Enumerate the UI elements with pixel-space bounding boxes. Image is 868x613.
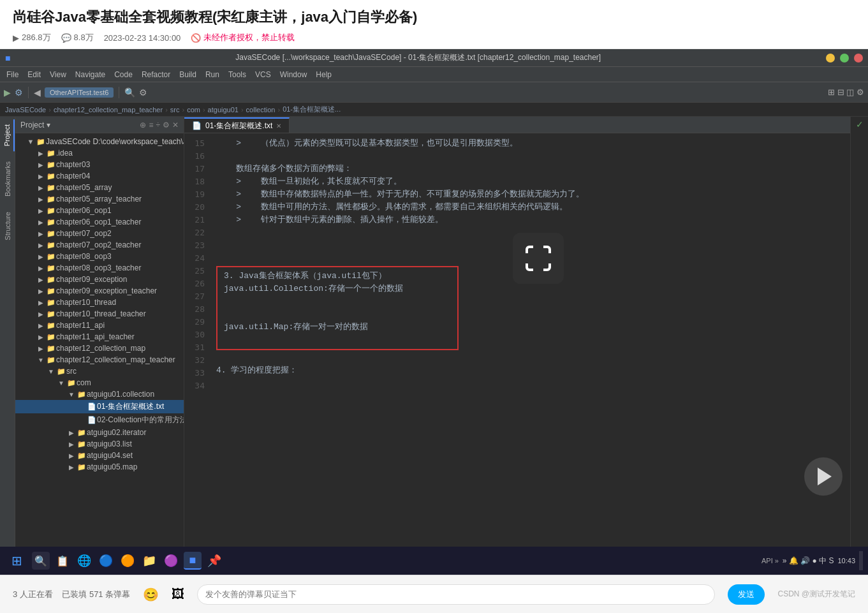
tree-item[interactable]: ▶📁atguigu04.set [15,450,184,461]
code-editor[interactable]: 1516171819202122232425262728293031323334… [184,133,850,547]
tree-item[interactable]: 📄02-Collection中的常用方法.txt [15,413,184,427]
toolbar-file-badge[interactable]: OtherAPITest.test6 [45,87,114,98]
play-triangle-icon [818,468,832,485]
tree-item[interactable]: 📄01-集合框架概述.txt [15,400,184,413]
tree-item[interactable]: ▶📁chapter11_api [15,320,184,331]
editor-tab-active[interactable]: 📄 01-集合框架概述.txt ✕ [184,117,290,133]
toolbar-search-icon[interactable]: 🔍 [124,87,135,98]
tree-item[interactable]: ▶📁.idea [15,147,184,159]
breadcrumb-javasecode[interactable]: JavaSECode [5,106,46,114]
smiley-icon[interactable]: 😊 [143,587,159,602]
tab-close-btn[interactable]: ✕ [276,122,281,129]
tree-item[interactable]: ▶📁atguigu02.iterator [15,427,184,438]
tree-item[interactable]: ▼📁src [15,366,184,377]
play-overlay-btn[interactable] [804,457,842,496]
taskbar-app-explorer[interactable]: 📁 [140,552,158,570]
tree-item[interactable]: ▶📁chapter06_oop1 [15,205,184,216]
tree-item[interactable]: ▶📁atguigu05.map [15,461,184,473]
taskbar-app-circle[interactable]: 🔵 [97,552,115,570]
expand-icon[interactable]: ⊕ [140,121,146,129]
code-content[interactable]: > （优点）元素的类型既可以是基本数据类型，也可以是引用数据类型。 数组存储多个… [210,133,850,547]
breadcrumb-collection[interactable]: collection [246,106,276,114]
tree-item[interactable]: ▶📁chapter08_oop3_teacher [15,262,184,274]
tree-item[interactable]: ▶📁chapter10_thread_teacher [15,308,184,320]
tree-item[interactable]: ▶📁chapter10_thread [15,297,184,308]
tree-item[interactable]: ▶📁chapter04 [15,170,184,182]
tree-item[interactable]: ▶📁atguigu03.list [15,438,184,450]
breadcrumb-chapter12[interactable]: chapter12_collection_map_teacher [54,106,163,114]
breadcrumb-file[interactable]: 01-集合框架概述... [283,105,341,114]
taskview-icon: 📋 [56,555,69,567]
fullscreen-overlay[interactable] [513,233,564,284]
menu-tools[interactable]: Tools [224,69,250,80]
menu-vcs[interactable]: VCS [251,69,275,80]
taskbar-app-pin[interactable]: 📌 [205,552,223,570]
sidebar-tab-bookmarks[interactable]: Bookmarks [1,156,14,202]
menu-file[interactable]: File [3,69,22,80]
menu-refactor[interactable]: Refactor [138,69,174,80]
menu-help[interactable]: Help [312,69,335,80]
tree-item[interactable]: ▼📁chapter12_collection_map_teacher [15,354,184,366]
tree-item[interactable]: ▶📁chapter09_exception [15,274,184,285]
tree-item[interactable]: ▶📁chapter03 [15,159,184,170]
ide-left-icons: ■ [5,53,10,63]
tree-item[interactable]: ▶📁chapter09_exception_teacher [15,285,184,297]
article-header: 尚硅谷Java零基础全套视频教程(宋红康主讲，java入门自学必备) ▶ 286… [0,0,868,49]
tree-item-root[interactable]: ▼ 📁 JavaSECode D:\code\workspace_teach\J… [15,136,184,147]
settings-icon[interactable]: ⚙ [163,121,170,129]
tree-item[interactable]: ▶📁chapter05_array_teacher [15,193,184,205]
breadcrumb-com[interactable]: com [187,106,200,114]
sidebar-tab-project[interactable]: Project [1,119,15,151]
ide-menubar: File Edit View Navigate Code Refactor Bu… [0,67,868,82]
danmu-input[interactable] [197,584,715,605]
menu-build[interactable]: Build [175,69,200,80]
minimize-btn[interactable] [826,54,835,63]
menu-run[interactable]: Run [202,69,223,80]
image-icon[interactable]: 🖼 [172,587,184,602]
tree-item[interactable]: ▼📁com [15,377,184,388]
right-check-icon: ✓ [856,119,864,129]
ide-controls[interactable] [826,54,863,63]
sidebar-tab-structure[interactable]: Structure [1,207,14,246]
close-btn[interactable] [854,54,863,63]
collapse-icon[interactable]: ≡ [149,121,153,129]
tree-item[interactable]: ▶📁chapter05_array [15,182,184,193]
menu-edit[interactable]: Edit [24,69,45,80]
close-panel-icon[interactable]: ✕ [172,121,179,129]
tree-item[interactable]: ▶📁chapter07_oop2_teacher [15,239,184,251]
breadcrumb-src[interactable]: src [170,106,180,114]
restore-btn[interactable] [840,54,849,63]
danmu-send-btn[interactable]: 发送 [728,584,765,605]
filter-icon[interactable]: ÷ [156,121,160,129]
tree-item[interactable]: ▼📁atguigu01.collection [15,388,184,400]
play-icon: ▶ [13,33,19,43]
file-tree-header: Project ▾ ⊕ ≡ ÷ ⚙ ✕ [15,117,184,133]
show-desktop-btn[interactable] [859,551,863,570]
tree-item[interactable]: ▶📁chapter12_collection_map [15,343,184,354]
taskbar-search[interactable]: 🔍 [32,552,50,570]
taskbar-app-edge[interactable]: 🌐 [75,552,93,570]
tree-item[interactable]: ▶📁chapter06_oop1_teacher [15,216,184,228]
taskbar-taskview[interactable]: 📋 [54,552,71,570]
start-button[interactable]: ⊞ [5,549,28,572]
breadcrumb-sep-3: › [182,106,184,114]
tab-txt-icon: 📄 [192,121,202,130]
toolbar-back-icon[interactable]: ◀ [34,87,41,98]
project-label: Project ▾ [20,121,136,129]
breadcrumb-sep-1: › [48,106,51,114]
menu-window[interactable]: Window [276,69,311,80]
tree-item[interactable]: ▶📁chapter08_oop3 [15,251,184,262]
breadcrumb-atguigu01[interactable]: atguigu01 [208,106,239,114]
taskbar-app-idea[interactable]: ■ [184,552,202,570]
ide-window: ■ JavaSECode [...\workspace_teach\JavaSE… [0,49,868,547]
file-tree-panel: Project ▾ ⊕ ≡ ÷ ⚙ ✕ ▼ 📁 JavaSECode D:\co… [15,117,184,547]
toolbar-gear-icon[interactable]: ⚙ [139,87,147,98]
menu-view[interactable]: View [46,69,70,80]
taskbar-app-purple[interactable]: 🟣 [162,552,180,570]
menu-code[interactable]: Code [110,69,136,80]
taskbar-app-firefox[interactable]: 🟠 [119,552,136,570]
menu-navigate[interactable]: Navigate [71,69,109,80]
tree-item[interactable]: ▶📁chapter07_oop2 [15,228,184,239]
tree-items-container: ▶📁.idea▶📁chapter03▶📁chapter04▶📁chapter05… [15,147,184,473]
tree-item[interactable]: ▶📁chapter11_api_teacher [15,331,184,343]
